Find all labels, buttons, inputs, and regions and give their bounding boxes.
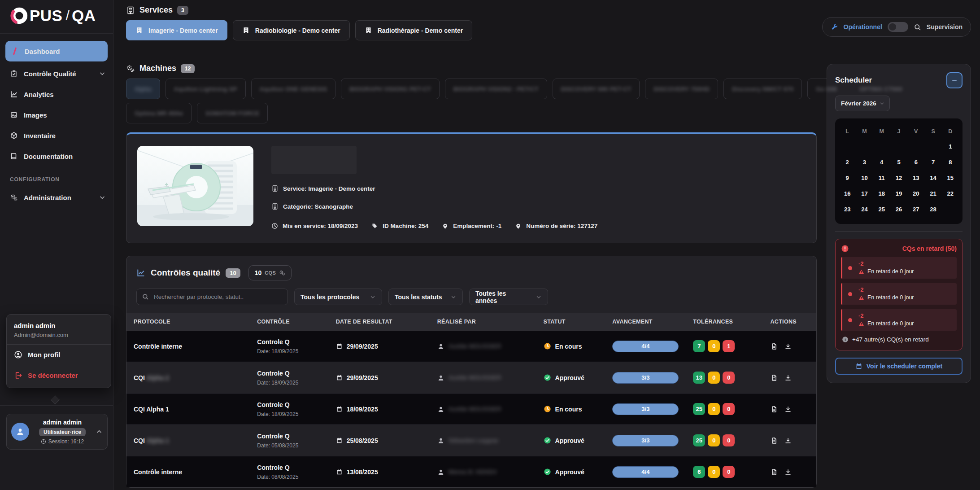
cqs-count-pill[interactable]: 10 CQS <box>248 265 292 280</box>
download-icon[interactable] <box>784 343 792 350</box>
table-row[interactable]: CQI Alpha 1 Controle QDate: 05/08/2025 2… <box>126 424 816 456</box>
logout-item[interactable]: Se déconnecter <box>14 371 104 380</box>
mode-supervision-label[interactable]: Supervision <box>927 23 963 31</box>
calendar-day[interactable]: 3 <box>856 155 873 170</box>
report-icon[interactable] <box>771 468 778 476</box>
download-icon[interactable] <box>784 406 792 413</box>
person-icon <box>437 343 444 350</box>
machine-tab[interactable]: BIOGRAPH VISION1 PET-CT <box>341 79 440 99</box>
late-cq-item[interactable]: -2 En retard de 0 jour <box>841 309 957 331</box>
calendar-day[interactable]: 18 <box>873 186 890 201</box>
report-icon[interactable] <box>771 374 778 381</box>
calendar-day[interactable]: 25 <box>873 202 890 217</box>
late-cq-item[interactable]: -2 En retard de 0 jour <box>841 257 957 279</box>
table-row[interactable]: Contrôle interne Controle QDate: 08/08/2… <box>126 456 816 487</box>
chevron-down-icon <box>370 294 376 300</box>
calendar-day[interactable]: 27 <box>907 202 924 217</box>
machine-tab[interactable]: BIOGRAPH VISION2 - PET/CT <box>445 79 547 99</box>
mode-toggle[interactable] <box>888 22 908 32</box>
report-icon[interactable] <box>771 406 778 413</box>
month-select[interactable]: Février 2026 <box>835 96 890 111</box>
sidebar-item-images[interactable]: Images <box>0 105 113 125</box>
calendar-day[interactable]: 6 <box>907 155 924 170</box>
calendar-icon <box>336 343 343 350</box>
tolerance-warn-badge: 0 <box>708 372 720 384</box>
calendar-day[interactable]: 4 <box>873 155 890 170</box>
late-cqs-title: CQs en retard (50) <box>902 245 957 252</box>
sidebar-item-administration[interactable]: Administration <box>0 187 113 208</box>
service-tab-imagerie[interactable]: Imagerie - Demo center <box>126 20 227 40</box>
gear-icon[interactable] <box>279 270 285 276</box>
table-row[interactable]: CQI Alpha 2 Controle QDate: 18/09/2025 2… <box>126 362 816 393</box>
machine-tab[interactable]: DISCOVERY 690 PET-CT <box>553 79 640 99</box>
machine-tab[interactable]: Aquilion Lightning SP <box>166 79 246 99</box>
download-icon[interactable] <box>784 468 792 476</box>
col-date-resultat: DATE DE RESULTAT <box>329 313 430 330</box>
machine-tab[interactable]: Discovery NM/CT 670 <box>723 79 802 99</box>
sidebar-item-documentation[interactable]: Documentation <box>0 146 113 166</box>
table-row[interactable]: Contrôle interne Controle QDate: 18/09/2… <box>126 330 816 362</box>
report-icon[interactable] <box>771 437 778 444</box>
service-tab-radiotherapie[interactable]: Radiothérapie - Demo center <box>355 20 473 40</box>
calendar-day[interactable]: 5 <box>890 155 907 170</box>
chart-icon <box>10 90 18 98</box>
progress-pill: 3/3 <box>612 372 679 384</box>
machine-detail-card: Service: Imagerie - Demo center Catégori… <box>126 132 817 243</box>
view-full-scheduler-button[interactable]: Voir le scheduler complet <box>835 358 963 375</box>
user-card[interactable]: admin admin Utilisateur·rice Session: 16… <box>6 414 108 450</box>
machine-tab[interactable]: Optima MR 450w <box>126 103 192 123</box>
calendar-day[interactable]: 2 <box>839 155 856 170</box>
machine-mise-en-service: Mis en service: 18/09/2023 <box>271 223 358 229</box>
late-cq-item[interactable]: -2 En retard de 0 jour <box>841 283 957 305</box>
download-icon[interactable] <box>784 437 792 444</box>
calendar-day[interactable]: 16 <box>839 186 856 201</box>
calendar-day[interactable]: 28 <box>924 202 941 217</box>
tolerance-error-badge: 0 <box>723 372 735 384</box>
calendar-day[interactable]: 20 <box>907 186 924 201</box>
mode-operational-label[interactable]: Opérationnel <box>844 23 882 31</box>
calendar-day[interactable]: 1 <box>942 139 959 154</box>
calendar-day[interactable]: 26 <box>890 202 907 217</box>
filter-status-select[interactable]: Tous les statuts <box>388 289 463 305</box>
chevron-up-icon[interactable] <box>96 428 103 435</box>
sidebar-item-analytics[interactable]: Analytics <box>0 84 113 105</box>
machine-tab[interactable]: SOMATOM FORCE <box>197 103 268 123</box>
sidebar-item-dashboard[interactable]: Dashboard <box>5 41 108 61</box>
table-row[interactable]: CQI Alpha 1 Controle QDate: 18/09/2025 1… <box>126 393 816 424</box>
machine-tab[interactable]: DISCOVERY 750HD <box>645 79 718 99</box>
tolerance-error-badge: 0 <box>723 466 735 478</box>
quality-controls-count-badge: 10 <box>226 268 240 278</box>
calendar-day[interactable]: 23 <box>839 202 856 217</box>
machine-tab[interactable]: Alpha <box>126 79 160 99</box>
calendar-day[interactable]: 15 <box>942 171 959 185</box>
sidebar-item-controle-qualite[interactable]: Contrôle Qualité <box>0 63 113 84</box>
filter-years-select[interactable]: Toutes les années <box>469 289 548 305</box>
calendar-day[interactable]: 19 <box>890 186 907 201</box>
calendar-day[interactable]: 22 <box>942 186 959 201</box>
calendar-day[interactable]: 10 <box>856 171 873 185</box>
calendar-day[interactable]: 13 <box>907 171 924 185</box>
calendar-day[interactable]: 24 <box>856 202 873 217</box>
machine-tab[interactable]: Aquilion ONE GENESIS <box>251 79 336 99</box>
popup-caret <box>51 395 60 404</box>
service-tab-radiobiologie[interactable]: Radiobiologie - Demo center <box>233 20 350 40</box>
alert-exclamation-icon <box>841 245 849 253</box>
my-profile-item[interactable]: Mon profil <box>14 350 104 359</box>
sidebar-item-inventaire[interactable]: Inventaire <box>0 125 113 146</box>
filter-protocols-select[interactable]: Tous les protocoles <box>294 289 382 305</box>
calendar-day[interactable]: 9 <box>839 171 856 185</box>
calendar-day[interactable]: 21 <box>924 186 941 201</box>
calendar-day[interactable]: 11 <box>873 171 890 185</box>
search-input[interactable] <box>136 289 288 305</box>
scheduler-panel: Scheduler Février 2026 L M M J V S D <box>827 64 971 383</box>
download-icon[interactable] <box>784 374 792 381</box>
calendar-day[interactable]: 8 <box>942 155 959 170</box>
user-card-name: admin admin <box>43 419 82 426</box>
main-content: Services 3 Imagerie - Demo center Radiob… <box>114 0 980 490</box>
collapse-scheduler-button[interactable] <box>946 72 963 88</box>
calendar-day[interactable]: 17 <box>856 186 873 201</box>
calendar-day[interactable]: 7 <box>924 155 941 170</box>
calendar-day[interactable]: 14 <box>924 171 941 185</box>
calendar-day[interactable]: 12 <box>890 171 907 185</box>
report-icon[interactable] <box>771 343 778 350</box>
